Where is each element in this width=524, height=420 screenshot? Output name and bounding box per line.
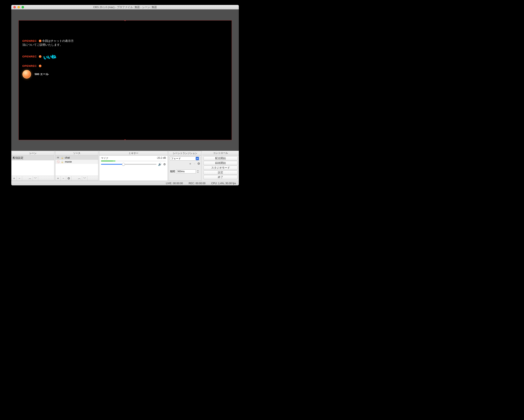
volume-slider[interactable] (101, 164, 157, 165)
stamp-iine: いいね (43, 53, 56, 61)
start-recording-button[interactable]: 録画開始 (203, 161, 237, 165)
chat-username: OPENREC (22, 55, 37, 58)
preview-area: OPENREC 今回はチャットの表示方法についてご説明いたします。 OPENRE… (11, 9, 239, 151)
scenes-panel: シーン 配信設定 ＋ － ︿ ﹀ (11, 151, 54, 181)
yell-amount: 500 エール (35, 72, 49, 76)
add-scene-button[interactable]: ＋ (11, 176, 17, 181)
mixer-panel: ミキサー マイク -20.2 dB 🔊 ⚙ (99, 151, 168, 181)
remove-scene-button[interactable]: － (17, 176, 22, 181)
chat-message: OPENREC 今回はチャットの表示方法についてご説明いたします。 (22, 39, 76, 47)
status-rec: REC: 00:00:00 (189, 182, 206, 185)
window-title: OBS 20.1.0 (mac) - プロファイル: 無題 - シーン: 無題 (11, 5, 239, 9)
source-properties-button[interactable]: ⚙ (66, 176, 71, 181)
studio-mode-button[interactable]: スタジオモード (203, 166, 237, 170)
add-transition-button[interactable]: ＋ (189, 162, 192, 166)
obs-window: OBS 20.1.0 (mac) - プロファイル: 無題 - シーン: 無題 … (11, 5, 239, 185)
preview-canvas[interactable]: OPENREC 今回はチャットの表示方法についてご説明いたします。 OPENRE… (18, 20, 232, 140)
source-item[interactable]: 🚫 🔒 movie (55, 160, 98, 164)
duration-stepper[interactable]: ▲▼ (197, 170, 200, 173)
transition-properties-button[interactable]: ⚙ (197, 162, 200, 166)
duration-value: 300ms (177, 170, 185, 173)
panel-title: ミキサー (99, 151, 167, 156)
move-scene-down-button[interactable]: ﹀ (33, 176, 38, 181)
settings-button[interactable]: 設定 (203, 170, 237, 175)
add-source-button[interactable]: ＋ (55, 176, 61, 181)
lock-icon[interactable]: 🔒 (61, 160, 64, 163)
source-name: movie (65, 160, 72, 163)
select-arrow-icon: ▴▾ (196, 157, 199, 160)
exit-button[interactable]: 終了 (203, 175, 237, 179)
chat-message: OPENREC いいね (22, 52, 76, 59)
chat-message: OPENREC 500 エール (22, 64, 76, 79)
remove-source-button[interactable]: － (61, 176, 66, 181)
duration-input[interactable]: 300ms (176, 169, 196, 174)
scenes-list[interactable]: 配信設定 (11, 156, 54, 176)
chat-overlay-source[interactable]: OPENREC 今回はチャットの表示方法についてご説明いたします。 OPENRE… (22, 39, 76, 84)
transition-select[interactable]: フェード ▴▾ (170, 157, 200, 160)
start-streaming-button[interactable]: 配信開始 (203, 156, 237, 160)
chat-username: OPENREC (22, 39, 37, 42)
panel-title: シーントランジション (169, 151, 201, 156)
audio-meter (101, 160, 166, 161)
status-live: LIVE: 00:00:00 (166, 182, 183, 185)
panel-title: コントロール (202, 151, 239, 155)
chat-username: OPENREC (22, 64, 37, 67)
status-cpu: CPU: 1.4%, 30.00 fps (211, 182, 236, 185)
verified-icon (39, 40, 42, 42)
transition-selected: フェード (171, 157, 181, 160)
dock-panels: シーン 配信設定 ＋ － ︿ ﹀ ソース 👁 🔒 chat (11, 151, 239, 181)
transitions-panel: シーントランジション フェード ▴▾ ＋ － ⚙ 期間 300ms ▲▼ (169, 151, 201, 181)
controls-panel: コントロール 配信開始 録画開始 スタジオモード 設定 終了 (202, 151, 239, 181)
remove-transition-button[interactable]: － (193, 162, 196, 166)
panel-title: シーン (11, 151, 54, 156)
visibility-off-icon[interactable]: 🚫 (57, 160, 60, 163)
move-scene-up-button[interactable]: ︿ (27, 176, 33, 181)
scene-name: 配信設定 (13, 156, 23, 160)
source-name: chat (65, 156, 70, 159)
mixer-channel-db: -20.2 dB (157, 157, 166, 160)
yell-coin-icon (22, 70, 31, 79)
move-source-up-button[interactable]: ︿ (77, 176, 82, 181)
visibility-icon[interactable]: 👁 (57, 156, 60, 159)
move-source-down-button[interactable]: ﹀ (82, 176, 87, 181)
duration-label: 期間 (170, 170, 175, 173)
source-item[interactable]: 👁 🔒 chat (55, 156, 98, 160)
status-bar: LIVE: 00:00:00 REC: 00:00:00 CPU: 1.4%, … (11, 181, 239, 185)
verified-icon (39, 55, 42, 58)
titlebar: OBS 20.1.0 (mac) - プロファイル: 無題 - シーン: 無題 (11, 5, 239, 9)
sources-panel: ソース 👁 🔒 chat 🚫 🔒 movie ＋ － ⚙ ︿ (55, 151, 98, 181)
scene-item[interactable]: 配信設定 (11, 156, 54, 160)
mute-icon[interactable]: 🔊 (158, 163, 162, 166)
lock-icon[interactable]: 🔒 (61, 156, 64, 159)
mixer-channel-name: マイク (101, 157, 108, 160)
panel-title: ソース (55, 151, 98, 156)
verified-icon (39, 65, 42, 67)
audio-settings-icon[interactable]: ⚙ (163, 163, 166, 166)
sources-list[interactable]: 👁 🔒 chat 🚫 🔒 movie (55, 156, 98, 176)
